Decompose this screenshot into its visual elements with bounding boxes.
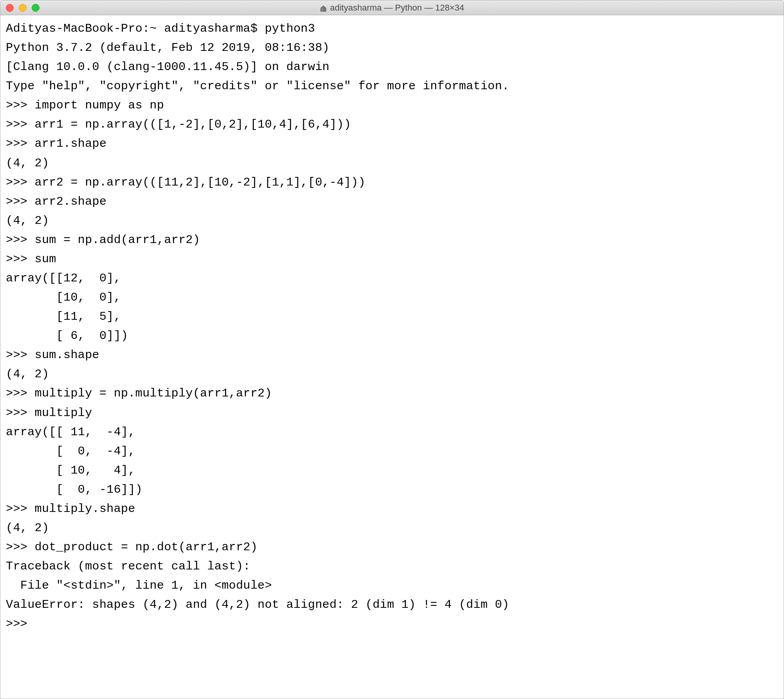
close-button[interactable] bbox=[6, 4, 14, 12]
terminal-window: adityasharma — Python — 128×34 Adityas-M… bbox=[0, 0, 784, 699]
window-title: adityasharma — Python — 128×34 bbox=[330, 3, 464, 13]
minimize-button[interactable] bbox=[19, 4, 27, 12]
maximize-button[interactable] bbox=[32, 4, 40, 12]
window-title-container: adityasharma — Python — 128×34 bbox=[320, 3, 464, 13]
home-icon bbox=[320, 4, 327, 11]
titlebar[interactable]: adityasharma — Python — 128×34 bbox=[0, 0, 784, 15]
terminal-output[interactable]: Adityas-MacBook-Pro:~ adityasharma$ pyth… bbox=[0, 15, 784, 699]
traffic-lights bbox=[0, 4, 40, 12]
